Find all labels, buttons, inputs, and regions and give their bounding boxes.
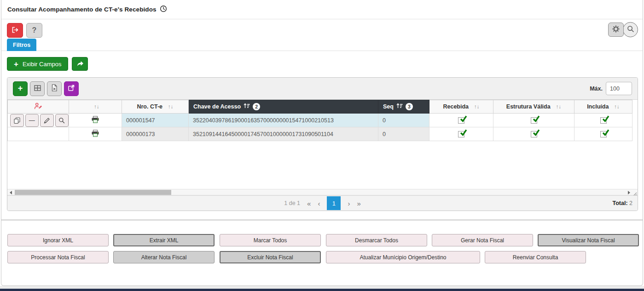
column-header-seq[interactable]: Seq 3 bbox=[378, 100, 429, 114]
file-export-icon bbox=[51, 84, 58, 93]
column-header-incluida[interactable]: Incluída↑↓ bbox=[574, 100, 632, 114]
column-header-estrutura-valida[interactable]: Estrutura Válida↑↓ bbox=[493, 100, 574, 114]
column-header-chave-acesso[interactable]: Chave de Acesso 2 bbox=[189, 100, 378, 114]
footer-navy-bar bbox=[0, 289, 644, 291]
table-grid-icon bbox=[34, 85, 41, 93]
column-header-recebida[interactable]: Recebida↑↓ bbox=[429, 100, 493, 114]
gear-icon bbox=[612, 25, 620, 34]
sort-order-badge: 3 bbox=[406, 103, 413, 110]
cell-seq: 0 bbox=[378, 114, 429, 127]
ignorar-xml-button[interactable]: Ignorar XML bbox=[7, 234, 109, 246]
checkbox-checked-icon bbox=[458, 117, 464, 124]
checkbox-checked-icon bbox=[600, 131, 607, 137]
page-last-button[interactable]: » bbox=[357, 200, 360, 207]
grid-export-file-button[interactable] bbox=[47, 81, 62, 96]
checkbox-checked-icon bbox=[458, 131, 464, 137]
cell-recebida bbox=[429, 127, 493, 141]
atualizar-municipio-button[interactable]: Atualizar Munícipio Origem/Destino bbox=[326, 251, 480, 263]
cell-chave-acesso: 3521091441645000017457001000000173109050… bbox=[189, 127, 378, 141]
visualizar-nota-fiscal-button[interactable]: Visualizar Nota Fiscal bbox=[538, 234, 639, 246]
settings-button[interactable] bbox=[608, 23, 624, 37]
column-label: Incluída bbox=[587, 103, 609, 110]
title-bar: Consultar Acompanhamento de CT-e's Receb… bbox=[1, 0, 643, 19]
scroll-left-arrow[interactable] bbox=[10, 191, 12, 194]
exibir-campos-label: Exibir Campos bbox=[23, 61, 62, 68]
copy-button[interactable] bbox=[10, 114, 24, 127]
grid-columns-button[interactable] bbox=[30, 81, 45, 96]
help-label: ? bbox=[32, 26, 37, 34]
table-header-row: ↑↓ Nro. CT-e↑↓ Chave de Acesso 2 bbox=[8, 100, 632, 114]
max-group: Máx. bbox=[590, 82, 632, 95]
checkbox-checked-icon bbox=[531, 117, 537, 124]
column-label: Nro. CT-e bbox=[137, 103, 162, 110]
total-count: Total: 2 bbox=[612, 200, 632, 206]
grid-expand-button[interactable] bbox=[64, 81, 79, 96]
tab-filtros[interactable]: Filtros bbox=[7, 39, 36, 51]
printer-icon bbox=[91, 118, 99, 125]
table-row[interactable]: — bbox=[8, 114, 632, 127]
horizontal-scrollbar[interactable] bbox=[7, 189, 638, 195]
cell-chave-acesso: 3522040397861900016357000000001547100021… bbox=[189, 114, 378, 127]
page-title: Consultar Acompanhamento de CT-e's Receb… bbox=[7, 6, 157, 13]
forward-button[interactable] bbox=[72, 57, 88, 71]
exit-button[interactable] bbox=[7, 23, 23, 38]
extrair-xml-button[interactable]: Extrair XML bbox=[113, 234, 215, 246]
processar-nota-fiscal-button[interactable]: Processar Nota Fiscal bbox=[7, 251, 109, 263]
pagination-info: 1 de 1 bbox=[284, 200, 300, 206]
print-cell[interactable] bbox=[69, 127, 122, 141]
help-button[interactable]: ? bbox=[26, 23, 42, 38]
page-current-button[interactable]: 1 bbox=[327, 196, 341, 210]
scroll-right-arrow[interactable] bbox=[628, 191, 630, 194]
scroll-thumb[interactable] bbox=[15, 190, 171, 195]
row-search-button[interactable] bbox=[55, 114, 69, 127]
marcar-todos-button[interactable]: Marcar Todos bbox=[220, 234, 321, 246]
cell-recebida bbox=[429, 114, 493, 127]
column-header-nro-cte[interactable]: Nro. CT-e↑↓ bbox=[122, 100, 189, 114]
exit-icon bbox=[11, 26, 19, 35]
edit-button[interactable] bbox=[40, 114, 54, 127]
max-label: Máx. bbox=[590, 86, 603, 92]
column-header-actions[interactable] bbox=[8, 100, 69, 114]
print-cell[interactable] bbox=[69, 114, 122, 127]
sort-icon: ↑↓ bbox=[474, 104, 480, 109]
exibir-campos-button[interactable]: + Exibir Campos bbox=[7, 57, 68, 71]
page-next-button[interactable]: › bbox=[348, 200, 350, 207]
alterar-nota-fiscal-button[interactable]: Alterar Nota Fiscal bbox=[113, 251, 215, 263]
checkbox-checked-icon bbox=[531, 131, 537, 137]
total-value: 2 bbox=[629, 200, 632, 206]
page-first-button[interactable]: « bbox=[307, 200, 311, 207]
gerar-nota-fiscal-button[interactable]: Gerar Nota Fiscal bbox=[432, 234, 533, 246]
cell-incluida bbox=[574, 114, 632, 127]
forward-arrow-icon bbox=[76, 60, 84, 68]
max-input[interactable] bbox=[606, 82, 632, 95]
grid-toolbar: + Máx. bbox=[7, 78, 638, 100]
search-icon bbox=[627, 25, 634, 34]
table-area: ↑↓ Nro. CT-e↑↓ Chave de Acesso 2 bbox=[7, 100, 638, 189]
cte-table: ↑↓ Nro. CT-e↑↓ Chave de Acesso 2 bbox=[7, 100, 632, 141]
remove-button[interactable]: — bbox=[25, 114, 39, 127]
table-row[interactable]: 000000173 352109144164500001745700100000… bbox=[8, 127, 632, 141]
sort-icon: ↑↓ bbox=[168, 104, 174, 109]
settings-group bbox=[608, 22, 638, 37]
cell-incluida bbox=[574, 127, 632, 141]
plus-icon: + bbox=[18, 84, 23, 93]
sort-icon: ↑↓ bbox=[94, 104, 99, 109]
main-panel: Consultar Acompanhamento de CT-e's Receb… bbox=[1, 0, 643, 286]
page-prev-button[interactable]: ‹ bbox=[318, 200, 320, 207]
grid-add-button[interactable]: + bbox=[13, 81, 28, 96]
user-edit-icon bbox=[34, 104, 42, 111]
sort-icon: ↑↓ bbox=[556, 104, 562, 109]
row-actions-cell: — bbox=[8, 114, 69, 127]
excluir-nota-fiscal-button[interactable]: Excluir Nota Fiscal bbox=[220, 251, 321, 263]
reenviar-consulta-button[interactable]: Reenviar Consulta bbox=[485, 251, 586, 263]
search-button[interactable] bbox=[623, 22, 638, 37]
desmarcar-todos-button[interactable]: Desmarcar Todos bbox=[326, 234, 427, 246]
total-label: Total: bbox=[612, 200, 627, 206]
cell-nro-cte: 000000173 bbox=[122, 127, 189, 141]
pencil-icon bbox=[44, 117, 50, 124]
pagination-bar: 1 de 1 « ‹ 1 › » Total: 2 bbox=[7, 195, 638, 211]
column-header-print[interactable]: ↑↓ bbox=[69, 100, 122, 114]
results-grid: + Máx. bbox=[7, 77, 638, 211]
minus-icon: — bbox=[29, 117, 35, 124]
column-label: Seq bbox=[383, 103, 394, 110]
